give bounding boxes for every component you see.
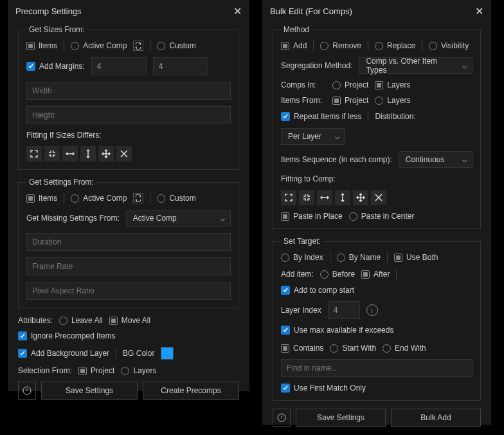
bg-color-swatch[interactable] [161,347,174,360]
radio-visibility[interactable]: Visibility [429,41,469,50]
missing-label: Get Missing Settings From: [26,214,120,223]
fit-horizontal-icon[interactable] [317,190,332,205]
radio-before[interactable]: Before [320,270,355,279]
comps-in-label: Comps In: [281,80,326,89]
precomp-settings-panel: Precomp Settings ✕ Get Sizes From: Items… [8,0,249,391]
radio-layers[interactable]: Layers [121,366,156,375]
radio-by-name[interactable]: By Name [337,253,381,262]
radio-custom[interactable]: Custom [157,41,195,50]
radio-leave-all[interactable]: Leave All [59,316,103,325]
fitting-icon-row [26,146,231,162]
segregation-select[interactable]: Comp vs. Other Item Types⌵ [359,57,473,74]
fit-none-icon[interactable] [116,146,132,162]
radio-contains[interactable]: Contains [281,344,323,353]
radio-comps-project[interactable]: Project [332,80,368,89]
check-repeat[interactable]: Repeat Items if less [281,112,361,121]
close-icon[interactable]: ✕ [475,5,483,17]
fit-vertical-icon[interactable] [335,190,350,205]
get-sizes-from-group: Get Sizes From: Items Active Comp Custom… [18,25,239,170]
radio-end-with[interactable]: End With [382,344,426,353]
fit-both-icon[interactable] [98,146,114,162]
fit-both-icon[interactable] [353,190,368,205]
add-item-label: Add item: [281,270,314,279]
radio-custom[interactable]: Custom [157,194,195,203]
chevron-down-icon: ⌵ [462,61,467,70]
refresh-icon[interactable] [133,193,143,203]
fit-horizontal-icon[interactable] [62,146,78,162]
distribution-select[interactable]: Per Layer⌵ [281,128,345,145]
radio-by-index[interactable]: By Index [281,253,323,262]
missing-select[interactable]: Active Comp⌵ [126,210,231,227]
radio-comps-layers[interactable]: Layers [375,80,410,89]
chevron-down-icon: ⌵ [221,214,225,223]
bg-color-label: BG Color [123,349,154,358]
radio-remove[interactable]: Remove [320,41,361,50]
group-legend: Get Settings From: [26,178,96,187]
framerate-input[interactable] [26,257,231,275]
check-use-max[interactable]: Use max available if exceeds [281,326,393,335]
margin-y-input[interactable] [153,57,208,75]
items-from-label: Items From: [281,96,326,105]
radio-replace[interactable]: Replace [375,41,415,50]
radio-items-layers[interactable]: Layers [375,96,410,105]
separator [150,41,150,51]
height-input[interactable] [26,106,231,124]
fit-none-icon[interactable] [371,190,386,205]
fit-expand-icon[interactable] [26,146,42,162]
titlebar: Precomp Settings ✕ [8,0,249,21]
par-input[interactable] [26,282,231,300]
group-legend: Set Target: [281,237,323,246]
sequence-select[interactable]: Continuous⌵ [399,151,473,168]
radio-project[interactable]: Project [78,366,114,375]
radio-paste-place[interactable]: Paste in Place [281,212,343,221]
radio-use-both[interactable]: Use Both [394,253,438,262]
window-title: Bulk Edit (For Comps) [270,6,352,16]
info-icon[interactable]: i [366,304,378,316]
titlebar: Bulk Edit (For Comps) ✕ [262,0,491,21]
radio-after[interactable]: After [361,270,390,279]
width-input[interactable] [26,82,231,100]
radio-active-comp[interactable]: Active Comp [71,194,127,203]
radio-move-all[interactable]: Move All [109,316,150,325]
margin-x-input[interactable] [91,57,147,75]
fitting-label: Fitting to Comp: [281,174,336,183]
radio-add[interactable]: Add [281,41,307,50]
check-ignore-precomped[interactable]: Ignore Precomped Items [18,331,115,340]
chevron-down-icon: ⌵ [335,132,339,141]
method-group: Method Add Remove Replace Visibility Seg… [273,25,481,229]
get-settings-from-group: Get Settings From: Items Active Comp Cus… [18,178,239,308]
layer-index-label: Layer Index [281,306,321,315]
radio-items[interactable]: Items [26,41,57,50]
duration-input[interactable] [26,233,231,251]
check-add-to-start[interactable]: Add to comp start [281,286,354,295]
create-precomps-button[interactable]: Create Precomps [143,382,239,400]
radio-items-project[interactable]: Project [332,96,368,105]
fit-contract-icon[interactable] [44,146,60,162]
fit-expand-icon[interactable] [281,190,296,205]
save-settings-button[interactable]: Save Settings [41,382,138,400]
fit-contract-icon[interactable] [299,190,314,205]
separator [64,41,64,51]
check-first-match[interactable]: Use First Match Only [281,384,366,393]
radio-items[interactable]: Items [26,194,57,203]
fit-vertical-icon[interactable] [80,146,96,162]
find-name-input[interactable] [281,359,473,377]
group-legend: Get Sizes From: [26,25,87,34]
chevron-down-icon: ⌵ [462,155,467,164]
warning-icon-button[interactable] [18,382,36,400]
radio-start-with[interactable]: Start With [330,344,376,353]
sequence-label: Items Sequence (in each comp): [281,155,392,164]
set-target-group: Set Target: By Index By Name Use Both Ad… [273,237,481,401]
segregation-label: Segregation Method: [281,61,352,70]
radio-active-comp[interactable]: Active Comp [71,41,127,50]
save-settings-button[interactable]: Save Settings [296,409,386,427]
check-add-bg[interactable]: Add Background Layer [18,349,109,358]
refresh-icon[interactable] [133,41,143,51]
bulk-add-button[interactable]: Bulk Add [391,409,481,427]
radio-paste-center[interactable]: Paste in Center [349,212,415,221]
check-add-margins[interactable]: Add Margins: [26,62,85,71]
close-icon[interactable]: ✕ [233,5,242,17]
warning-icon-button[interactable] [273,409,291,427]
layer-index-input[interactable] [328,301,360,319]
fitting-label: Fitting If Sizes Differs: [26,131,101,140]
